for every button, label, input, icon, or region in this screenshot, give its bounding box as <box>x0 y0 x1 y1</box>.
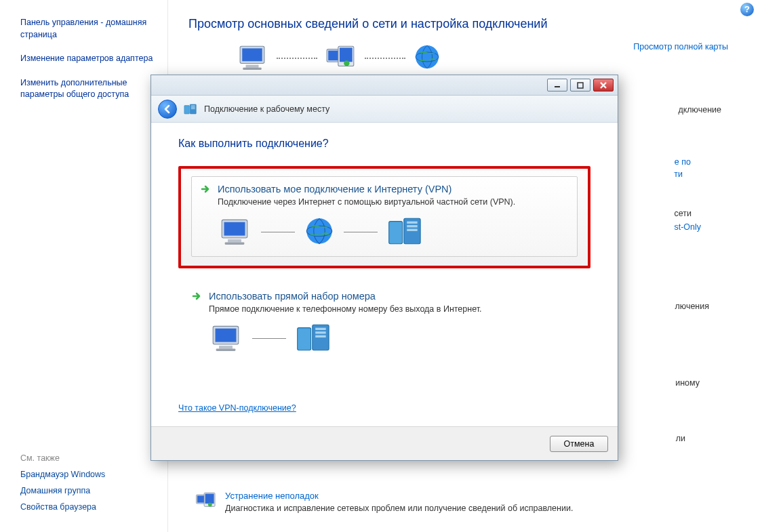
computer-icon <box>209 323 243 354</box>
dialog-header: Подключение к рабочему месту <box>151 96 618 123</box>
option-dialup-title: Использовать прямой набор номера <box>209 291 376 302</box>
computer-icon <box>218 217 252 247</box>
arrow-right-icon <box>191 291 202 302</box>
troubleshoot-link[interactable]: Устранение неполадок <box>225 491 573 501</box>
sidebar-link-browser-props[interactable]: Свойства браузера <box>20 502 105 512</box>
option-vpn-title: Использовать мое подключение к Интернету… <box>218 184 452 195</box>
server-icon <box>387 217 424 247</box>
connector-line <box>344 232 378 232</box>
close-button[interactable] <box>593 79 614 91</box>
option-vpn-desc: Подключение через Интернет с помощью вир… <box>218 197 569 207</box>
globe-icon <box>304 216 334 248</box>
dialog-titlebar <box>151 75 618 96</box>
connector-line <box>277 58 317 59</box>
partial-text: st-Only <box>674 222 701 232</box>
option-vpn[interactable]: Использовать мое подключение к Интернету… <box>178 166 590 268</box>
troubleshoot-icon <box>195 491 217 512</box>
sidebar: Панель управления - домашняя страница Из… <box>0 0 168 532</box>
sidebar-item-home[interactable]: Панель управления - домашняя страница <box>20 17 157 41</box>
devices-icon <box>325 45 357 71</box>
option-dialup[interactable]: Использовать прямой набор номера Прямое … <box>178 281 590 365</box>
partial-text: сети <box>675 209 692 218</box>
connector-line <box>261 232 295 232</box>
partial-text: ли <box>676 434 685 443</box>
connector-line <box>252 338 286 339</box>
partial-text: иному <box>675 378 700 388</box>
connect-workplace-dialog: Подключение к рабочему месту Как выполни… <box>151 75 618 461</box>
maximize-button[interactable] <box>570 79 590 91</box>
back-button[interactable] <box>158 100 177 119</box>
dialog-title: Подключение к рабочему месту <box>204 104 329 114</box>
partial-text: ти <box>674 169 683 179</box>
svg-rect-17 <box>578 83 583 88</box>
dialog-footer: Отмена <box>151 426 618 460</box>
sidebar-item-adapter[interactable]: Изменение параметров адаптера <box>20 53 157 65</box>
page-title: Просмотр основных сведений о сети и наст… <box>188 17 742 31</box>
partial-text: дключение <box>678 105 721 115</box>
sidebar-link-homegroup[interactable]: Домашняя группа <box>20 486 105 495</box>
what-is-vpn-link[interactable]: Что такое VPN-подключение? <box>178 403 296 413</box>
globe-icon <box>414 43 441 73</box>
sidebar-item-advanced[interactable]: Изменить дополнительные параметры общего… <box>20 77 157 101</box>
full-map-link[interactable]: Просмотр полной карты <box>633 42 728 52</box>
troubleshoot-desc: Диагностика и исправление сетевых пробле… <box>225 504 573 513</box>
sidebar-link-firewall[interactable]: Брандмауэр Windows <box>20 470 105 479</box>
dialog-question: Как выполнить подключение? <box>178 138 590 150</box>
workplace-icon <box>184 103 197 115</box>
partial-text: лючения <box>675 302 709 311</box>
cancel-button[interactable]: Отмена <box>550 436 608 452</box>
server-icon <box>296 323 332 354</box>
partial-text: е по <box>675 157 691 167</box>
minimize-button[interactable] <box>547 79 567 91</box>
see-also-heading: См. также <box>20 453 105 463</box>
option-dialup-desc: Прямое подключение к телефонному номеру … <box>209 304 578 314</box>
computer-icon <box>236 43 268 73</box>
arrow-right-icon <box>200 184 211 195</box>
connector-line <box>365 58 405 59</box>
